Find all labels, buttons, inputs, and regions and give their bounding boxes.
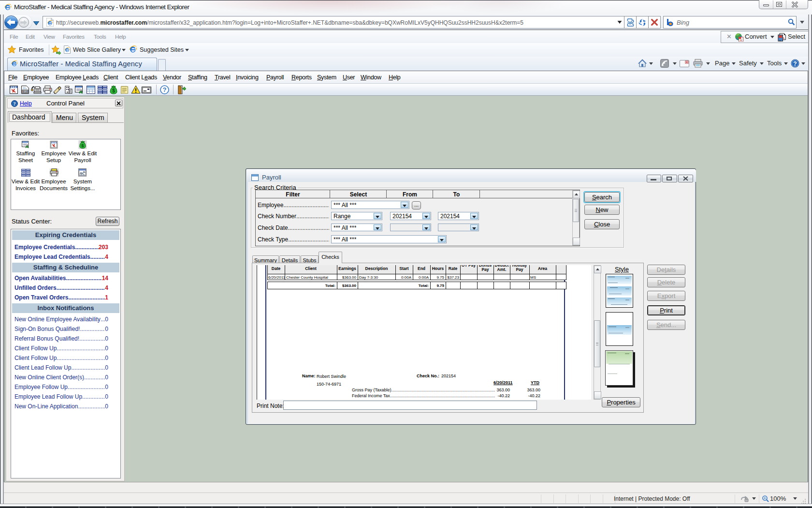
svg-text:010: 010 xyxy=(23,90,28,93)
svg-text:A: A xyxy=(782,36,785,40)
svg-text:$: $ xyxy=(81,143,84,148)
svg-text:?: ? xyxy=(163,86,167,93)
svg-text:?: ? xyxy=(14,101,16,106)
svg-text:?: ? xyxy=(793,60,797,67)
svg-text:$: $ xyxy=(112,88,115,93)
svg-text:A: A xyxy=(740,38,742,42)
